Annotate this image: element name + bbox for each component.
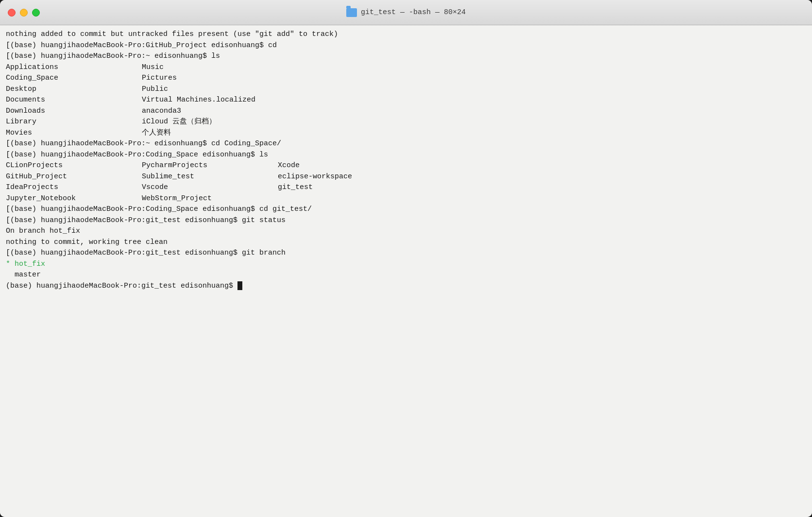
- ls-row: CLionProjectsPycharmProjectsXcode: [6, 160, 806, 172]
- ls-item: eclipse-workspace: [278, 172, 806, 183]
- minimize-button[interactable]: [20, 9, 28, 17]
- terminal-line: nothing added to commit but untracked fi…: [6, 29, 806, 40]
- traffic-lights: [8, 9, 40, 17]
- ls-item: Documents: [6, 95, 142, 106]
- terminal-line: [(base) huangjihaodeMacBook-Pro:GitHub_P…: [6, 40, 806, 52]
- terminal-line: [(base) huangjihaodeMacBook-Pro:git_test…: [6, 215, 806, 226]
- terminal-line: [(base) huangjihaodeMacBook-Pro:~ edison…: [6, 138, 806, 150]
- ls-item: Pictures: [142, 73, 806, 84]
- terminal-line: [(base) huangjihaodeMacBook-Pro:Coding_S…: [6, 204, 806, 215]
- ls-row: GitHub_ProjectSublime_testeclipse-worksp…: [6, 172, 806, 183]
- terminal-window: git_test — -bash — 80×24 nothing added t…: [0, 0, 812, 517]
- ls-row: Downloadsanaconda3: [6, 106, 806, 117]
- ls-row: ApplicationsMusic: [6, 62, 806, 73]
- prompt-line: (base) huangjihaodeMacBook-Pro:git_test …: [6, 281, 806, 292]
- window-title: git_test — -bash — 80×24: [346, 7, 466, 18]
- ls-item: Virtual Machines.localized: [142, 95, 806, 106]
- ls-item: Downloads: [6, 106, 142, 117]
- ls-item: Coding_Space: [6, 73, 142, 84]
- ls-item: Xcode: [278, 160, 806, 172]
- ls-item: GitHub_Project: [6, 172, 142, 183]
- title-text: git_test — -bash — 80×24: [361, 7, 466, 18]
- folder-icon: [346, 8, 357, 17]
- ls-item: WebStorm_Project: [142, 193, 278, 205]
- ls-item: IdeaProjects: [6, 182, 142, 193]
- ls-row: DocumentsVirtual Machines.localized: [6, 95, 806, 106]
- ls-row: Movies个人资料: [6, 128, 806, 139]
- terminal-body[interactable]: nothing added to commit but untracked fi…: [0, 25, 812, 517]
- ls-item: CLionProjects: [6, 160, 142, 172]
- ls-item: Vscode: [142, 182, 278, 193]
- ls-item: 个人资料: [142, 128, 806, 139]
- ls-item: Sublime_test: [142, 172, 278, 183]
- ls-item: [278, 193, 806, 205]
- ls-item: Library: [6, 117, 142, 128]
- close-button[interactable]: [8, 9, 16, 17]
- terminal-line: nothing to commit, working tree clean: [6, 237, 806, 248]
- ls-item: Applications: [6, 62, 142, 73]
- ls-row: IdeaProjectsVscodegit_test: [6, 182, 806, 193]
- ls-row: Coding_SpacePictures: [6, 73, 806, 84]
- ls-item: anaconda3: [142, 106, 806, 117]
- ls-row: DesktopPublic: [6, 84, 806, 95]
- ls-item: PycharmProjects: [142, 160, 278, 172]
- terminal-line: master: [6, 270, 806, 281]
- ls-row: LibraryiCloud 云盘（归档）: [6, 117, 806, 128]
- cursor: [237, 281, 242, 290]
- maximize-button[interactable]: [32, 9, 40, 17]
- branch-active-line: * hot_fix: [6, 259, 806, 270]
- terminal-line: On branch hot_fix: [6, 226, 806, 237]
- ls-item: Music: [142, 62, 806, 73]
- ls-item: Desktop: [6, 84, 142, 95]
- ls-item: git_test: [278, 182, 806, 193]
- ls-item: Jupyter_Notebook: [6, 193, 142, 205]
- terminal-line: [(base) huangjihaodeMacBook-Pro:~ edison…: [6, 51, 806, 62]
- ls-item: Public: [142, 84, 806, 95]
- ls-item: iCloud 云盘（归档）: [142, 117, 806, 128]
- ls-row: Jupyter_NotebookWebStorm_Project: [6, 193, 806, 205]
- terminal-line: [(base) huangjihaodeMacBook-Pro:git_test…: [6, 248, 806, 259]
- terminal-line: [(base) huangjihaodeMacBook-Pro:Coding_S…: [6, 150, 806, 161]
- titlebar: git_test — -bash — 80×24: [0, 0, 812, 25]
- ls-item: Movies: [6, 128, 142, 139]
